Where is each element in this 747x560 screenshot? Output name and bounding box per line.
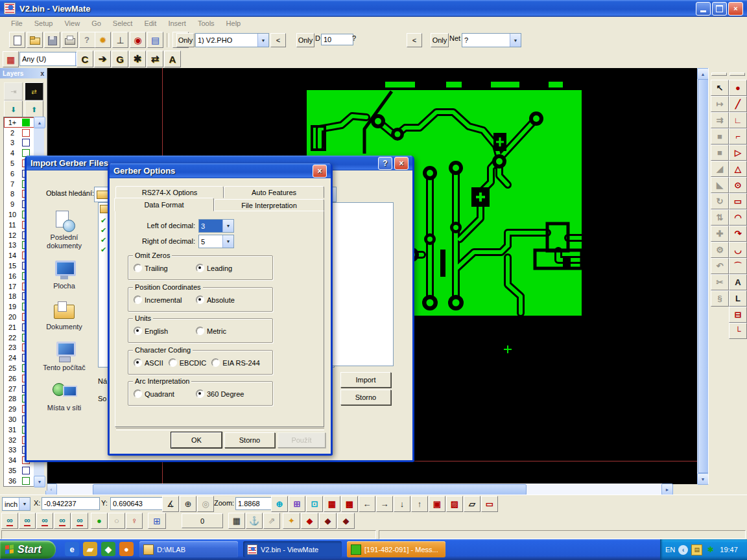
radio-icon[interactable] (196, 327, 204, 335)
palette-grip[interactable] (711, 73, 727, 76)
route-corner-tool[interactable]: └ (729, 323, 747, 339)
right-decimal-combo[interactable]: 5 ▼ (198, 235, 234, 248)
quad-view-button[interactable]: ⊞ (148, 513, 166, 529)
probe-button[interactable]: ♀ (126, 513, 143, 529)
plot-view-button[interactable]: ⊥ (112, 32, 128, 48)
tray-chevron-icon[interactable]: ‹ (678, 545, 688, 555)
place-item[interactable]: Poslední dokumenty (33, 210, 95, 250)
menu-item[interactable]: View (58, 18, 86, 29)
radio-option[interactable]: 360 Degree (196, 390, 253, 398)
radio-icon[interactable] (134, 264, 142, 272)
grid-origin-button[interactable]: ▦ (324, 496, 340, 512)
menu-item[interactable]: Go (86, 18, 107, 29)
radio-option[interactable]: English (134, 327, 191, 335)
label-tool[interactable]: L (729, 290, 747, 307)
layer-row[interactable]: 35 (4, 465, 34, 476)
pan-up-button[interactable]: ↑ (411, 496, 428, 512)
cut-tool[interactable]: ✂ (711, 274, 729, 290)
anchor-button[interactable]: ⚓ (246, 513, 263, 529)
quick-launch-folder[interactable]: ▰ (83, 542, 97, 556)
select-swap-button[interactable]: ⇄ (147, 51, 163, 67)
start-button[interactable]: Start (0, 541, 56, 559)
minimize-button[interactable] (696, 2, 711, 16)
highlight-on-button[interactable]: ● (91, 513, 108, 529)
layer-color-swatch[interactable] (22, 477, 30, 485)
select-tool[interactable]: ↖ (711, 80, 729, 96)
unit-combo[interactable]: inch ▼ (2, 497, 30, 511)
scroll-up-icon[interactable]: ▲ (697, 68, 709, 80)
tab-data-format[interactable]: Data Format (114, 198, 214, 211)
rectangle-tool[interactable]: ▭ (729, 193, 747, 209)
flash-select-button[interactable]: ✦ (283, 513, 300, 529)
radio-option[interactable]: ASCII (134, 358, 163, 367)
pan-left-button[interactable]: ← (359, 496, 375, 512)
area-select-button[interactable]: ▭ (481, 496, 498, 512)
align-tool[interactable]: ✚ (711, 226, 729, 242)
checked-file-icon[interactable]: ✔ (101, 226, 106, 235)
grid-toggle-button[interactable]: ▩ (341, 496, 358, 512)
scroll-down-icon[interactable]: ▼ (34, 476, 45, 487)
close-button[interactable]: × (313, 165, 327, 178)
menu-item[interactable]: Select (107, 18, 139, 29)
diamond-move-button[interactable]: ◆ (319, 513, 337, 529)
corner-trace-tool[interactable]: ⌐ (729, 128, 747, 145)
film-colors-button[interactable]: ▤ (147, 32, 163, 48)
fill-rect-tool[interactable]: ■ (711, 128, 729, 145)
origin-button[interactable]: ⊕ (180, 496, 196, 512)
quick-launch-ie[interactable]: e (65, 542, 79, 556)
close-icon[interactable]: x (40, 70, 44, 77)
only-layer-button[interactable]: Only (176, 33, 195, 47)
view-pads-button[interactable]: ∞ (36, 513, 53, 529)
layer-combo[interactable]: 1) V2.PHO ▼ (195, 33, 269, 47)
rotate-tool[interactable]: ↻ (711, 193, 729, 209)
aperture-filter-button[interactable]: ▦ (3, 51, 19, 67)
storno-button[interactable]: Storno (340, 390, 391, 405)
vertical-scrollbar[interactable]: ▲ ▼ (697, 68, 708, 484)
close-button[interactable]: × (728, 2, 743, 16)
chevron-down-icon[interactable]: ▼ (19, 498, 30, 510)
close-button[interactable]: × (394, 157, 409, 170)
misc-tool[interactable]: § (711, 290, 729, 307)
layer-copy-button[interactable]: ▣ (429, 496, 445, 512)
open-file-button[interactable] (27, 32, 43, 48)
dimension-tool[interactable]: ⊟ (729, 307, 747, 323)
transfer-items-tool[interactable]: ⇉ (711, 112, 729, 128)
scroll-right-icon[interactable]: ► (661, 484, 673, 495)
layer-row[interactable]: 36 (4, 476, 34, 486)
zoom-in-button[interactable]: ⊕ (271, 496, 288, 512)
menu-item[interactable]: File (5, 18, 29, 29)
chevron-down-icon[interactable]: ▼ (222, 220, 233, 232)
storno-button[interactable]: Storno (224, 432, 275, 448)
zoom-grid-button[interactable]: ⊞ (289, 496, 305, 512)
radio-icon[interactable] (196, 296, 204, 304)
scroll-down-icon[interactable]: ▼ (697, 473, 709, 485)
help-button[interactable]: ? (378, 157, 392, 170)
left-decimal-combo[interactable]: 3 ▼ (198, 219, 234, 233)
curve-tool[interactable]: ↷ (729, 226, 747, 242)
chevron-down-icon[interactable]: ▼ (222, 235, 233, 248)
only-dcode-button[interactable]: Only (296, 33, 314, 47)
radio-icon[interactable] (169, 358, 177, 367)
radio-option[interactable]: Incremental (134, 296, 191, 304)
net-combo[interactable]: ? ▼ (462, 33, 521, 47)
tab-rs274x-options[interactable]: RS274-X Options (115, 186, 224, 198)
pan-right-button[interactable]: → (376, 496, 393, 512)
angle-button[interactable]: ∡ (162, 496, 179, 512)
layer-insert-button[interactable]: ⇥ (4, 82, 23, 100)
flip-tool[interactable]: ◣ (711, 177, 729, 193)
layers-panel-header[interactable]: Layers x (0, 68, 47, 78)
menu-item[interactable]: Insert (162, 18, 192, 29)
layer-color-swatch[interactable] (22, 119, 30, 126)
layer-row[interactable]: 2 (4, 128, 34, 138)
scroll-up-icon[interactable]: ▲ (34, 117, 45, 128)
fill-area-tool[interactable]: ■ (711, 145, 729, 161)
arc-segment-tool[interactable]: ⌒ (729, 258, 747, 274)
horizontal-scrollbar[interactable]: ‹ ► (45, 484, 672, 495)
layer-up-button[interactable]: ⬆ (25, 100, 43, 119)
layer-row[interactable]: 1+ (4, 117, 34, 128)
redraw-button[interactable]: ✹ (95, 32, 111, 48)
layer-down-button[interactable]: ⬇ (4, 100, 23, 119)
tab-file-interpretation[interactable]: File Interpretation (214, 199, 324, 211)
snap-grid-button[interactable]: ▦ (228, 513, 245, 529)
menu-item[interactable]: Help (220, 18, 247, 29)
